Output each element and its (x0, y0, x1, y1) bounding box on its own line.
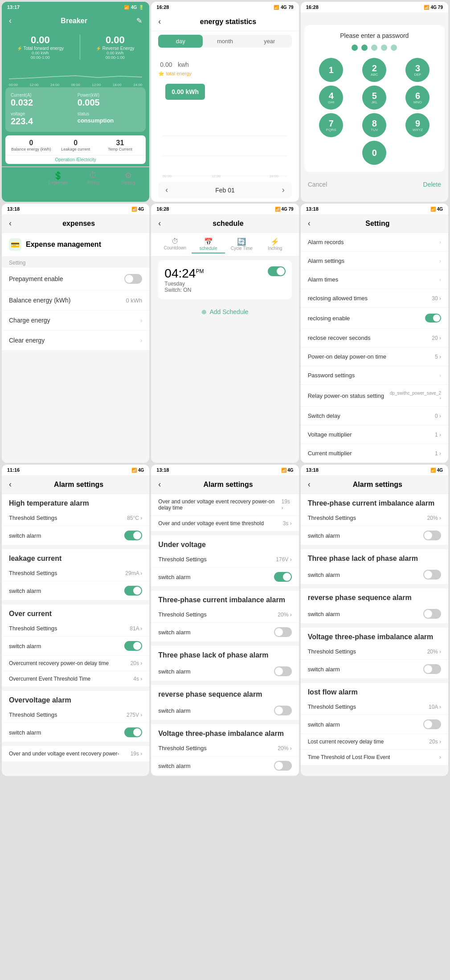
clear-energy-label: Clear energy (9, 337, 45, 344)
back-btn-setting[interactable]: ‹ (308, 219, 311, 228)
back-btn-alarm3[interactable]: ‹ (308, 480, 311, 489)
tab-year[interactable]: year (247, 35, 292, 48)
back-btn-expense[interactable]: ‹ (9, 219, 12, 228)
divider2 (2, 601, 149, 604)
a3-lack-phase-toggle[interactable] (423, 570, 441, 580)
dot-4 (381, 45, 387, 51)
dot-3 (371, 45, 377, 51)
leakage-toggle[interactable] (124, 586, 142, 596)
svg-text:12:00: 12:00 (212, 174, 221, 178)
alarm-times-item[interactable]: Alarm times › (301, 270, 448, 289)
back-btn-alarm1[interactable]: ‹ (9, 480, 12, 489)
threephase-current-toggle[interactable] (274, 627, 292, 637)
alarm3-title: Alarm settings (314, 481, 441, 489)
schedule-toggle[interactable] (268, 266, 286, 276)
key-8[interactable]: 8TUV (362, 113, 386, 137)
key-7[interactable]: 7PQRS (319, 113, 343, 137)
inching-icon: ⚡ (260, 237, 290, 246)
key-2[interactable]: 2ABC (362, 58, 386, 82)
key-4[interactable]: 4GHI (319, 86, 343, 110)
a3-voltage-toggle[interactable] (423, 664, 441, 674)
cancel-btn[interactable]: Cancel (308, 181, 327, 188)
date-next-btn[interactable]: › (282, 185, 285, 195)
tab-month[interactable]: month (203, 35, 247, 48)
prepayment-toggle[interactable] (124, 274, 142, 284)
lack-phase-toggle[interactable] (274, 666, 292, 676)
a3-voltage-threshold: Threshold Settings 20% › (301, 644, 448, 660)
add-schedule-btn[interactable]: ⊕ Add Schedule (151, 303, 299, 321)
status-bar-energy: 16:28 📶 4G 79 (151, 2, 299, 12)
back-btn-energy[interactable]: ‹ (158, 17, 161, 26)
reclosing-enable-label: reclosing enable (308, 315, 350, 322)
voltage-multiplier-item: Voltage multiplier 1 › (301, 425, 448, 444)
nav-inching[interactable]: ⚡ Inching (258, 236, 292, 253)
alarm-records-label: Alarm records (308, 239, 344, 245)
key-3[interactable]: 3DEF (405, 58, 430, 82)
a3-threephase-threshold: Threshold Settings 20% › (301, 510, 448, 526)
alarm-records-item[interactable]: Alarm records › (301, 233, 448, 252)
forward-sub: 0.00 kWh00:00-1:00 (17, 51, 64, 60)
nav-on[interactable]: ⏻ ON (5, 171, 41, 185)
lost-flow-toggle[interactable] (423, 719, 441, 729)
key-0[interactable]: 0 (362, 141, 386, 165)
keypad: 1 2ABC 3DEF 4GHI 5JKL 6MNO 7PQRS 8TUV 9W… (311, 58, 438, 165)
a3-threephase-toggle[interactable] (423, 531, 441, 540)
key-9[interactable]: 9WXYZ (405, 113, 430, 137)
ou-voltage-threshold-time: Over and under voltage event time thresh… (151, 516, 299, 531)
nav-countdown[interactable]: ⏱ Countdown (158, 236, 192, 253)
battery-icon-e: 79 (289, 5, 294, 10)
svg-text:00:00: 00:00 (163, 174, 172, 178)
expense-nav-title: expenses (15, 220, 142, 228)
high-temp-toggle[interactable] (124, 531, 142, 540)
reverse-phase-title: reverse phase sequence alarm (151, 685, 299, 701)
status-time-alarm1: 11:16 (7, 467, 20, 473)
power-stat: Power(kW) 0.005 (78, 93, 141, 108)
date-nav: ‹ Feb 01 › (158, 182, 291, 198)
overcurrent-switch: switch alarm (2, 637, 149, 656)
overvoltage-toggle[interactable] (124, 727, 142, 737)
alarm-settings-screen-3: 13:18 📶 4G ‹ Alarm settings Three-phase … (301, 465, 448, 776)
key-6[interactable]: 6MNO (405, 86, 430, 110)
back-btn-schedule[interactable]: ‹ (158, 219, 161, 228)
status-bar-breaker: 13:17 📶 4G 🔋 (2, 2, 149, 12)
alarm-settings-screen-2: 13:18 📶 4G ‹ Alarm settings Over and und… (151, 465, 299, 776)
edit-icon[interactable]: ✎ (136, 16, 142, 25)
reclosing-enable-toggle[interactable] (425, 314, 441, 323)
back-btn-alarm2[interactable]: ‹ (158, 480, 161, 489)
reclose-recover-label: reclose recover seconds (308, 335, 371, 341)
nav-expenses[interactable]: 💲 Expenses (41, 171, 76, 185)
nav-schedule[interactable]: 📅 schedule (192, 236, 225, 253)
voltage-threephase-toggle[interactable] (274, 761, 292, 771)
password-settings-item[interactable]: Password settings › (301, 366, 448, 385)
lost-flow-switch: switch alarm (301, 715, 448, 734)
reverse-phase-toggle[interactable] (274, 706, 292, 715)
network-icon: 4G (131, 5, 137, 10)
tab-day[interactable]: day (158, 35, 203, 48)
status-icons: 📶 4G 🔋 (124, 5, 144, 10)
voltage-threephase-switch: switch alarm (151, 756, 299, 776)
reverse-phase-section: reverse phase sequence alarm switch alar… (151, 685, 299, 720)
a3-reverse-phase-toggle[interactable] (423, 609, 441, 619)
clear-energy-item[interactable]: Clear energy › (2, 331, 149, 351)
alarm-settings-item[interactable]: Alarm settings › (301, 252, 448, 270)
total-energy-label: ⭐ total energy (151, 71, 299, 80)
date-prev-btn[interactable]: ‹ (165, 185, 168, 195)
key-5[interactable]: 5JKL (362, 86, 386, 110)
overcurrent-toggle[interactable] (124, 641, 142, 651)
chart-area: 00:0012:0024:0006:0012:0018:0024:00 (2, 61, 149, 84)
key-1[interactable]: 1 (319, 58, 343, 82)
dot-5 (391, 45, 397, 51)
nav-cycle[interactable]: 🔄 Cycle Time (225, 236, 258, 253)
status-time-schedule: 16:28 (156, 206, 169, 212)
delete-btn[interactable]: Delete (423, 181, 441, 188)
charge-energy-item[interactable]: Charge energy › (2, 310, 149, 331)
undervoltage-toggle[interactable] (274, 572, 292, 582)
status-bar-alarm3: 13:18 📶 4G (301, 465, 448, 475)
lost-flow-title: lost flow alarm (301, 683, 448, 699)
nav-timing[interactable]: ⏱ timing (76, 171, 111, 185)
countdown-icon: ⏱ (160, 237, 190, 245)
balance-energy-label: Balance energy (kWh) (9, 297, 71, 304)
nav-setting[interactable]: ⚙ Setting (110, 171, 146, 185)
reverse-phase-switch: switch alarm (151, 701, 299, 720)
a3-threephase-current-title: Three-phase current imbalance alarm (301, 494, 448, 510)
